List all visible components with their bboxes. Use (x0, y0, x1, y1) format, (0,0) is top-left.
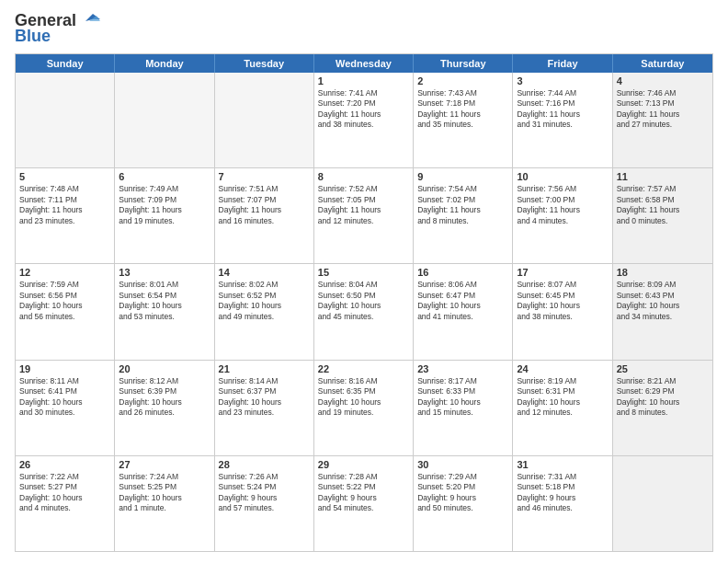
calendar-cell-r2c0: 12Sunrise: 7:59 AM Sunset: 6:56 PM Dayli… (16, 264, 115, 359)
day-number: 4 (617, 75, 709, 86)
cell-info: Sunrise: 7:43 AM Sunset: 7:18 PM Dayligh… (417, 88, 508, 131)
day-number: 25 (617, 363, 709, 374)
calendar-header: SundayMondayTuesdayWednesdayThursdayFrid… (16, 54, 712, 73)
calendar-row-1: 5Sunrise: 7:48 AM Sunset: 7:11 PM Daylig… (16, 167, 712, 263)
day-number: 30 (417, 459, 508, 470)
calendar-cell-r0c3: 1Sunrise: 7:41 AM Sunset: 7:20 PM Daylig… (314, 73, 414, 167)
weekday-header-friday: Friday (513, 54, 612, 73)
calendar-row-0: 1Sunrise: 7:41 AM Sunset: 7:20 PM Daylig… (16, 73, 712, 167)
weekday-header-thursday: Thursday (414, 54, 513, 73)
calendar-cell-r2c1: 13Sunrise: 8:01 AM Sunset: 6:54 PM Dayli… (115, 264, 214, 359)
calendar-cell-r0c6: 4Sunrise: 7:46 AM Sunset: 7:13 PM Daylig… (613, 73, 712, 167)
day-number: 22 (318, 363, 409, 374)
day-number: 6 (119, 171, 210, 182)
cell-info: Sunrise: 7:22 AM Sunset: 5:27 PM Dayligh… (19, 472, 110, 514)
day-number: 8 (318, 171, 409, 182)
calendar-cell-r3c3: 22Sunrise: 8:16 AM Sunset: 6:35 PM Dayli… (314, 361, 414, 455)
cell-info: Sunrise: 8:19 AM Sunset: 6:31 PM Dayligh… (517, 376, 608, 419)
calendar-cell-r3c1: 20Sunrise: 8:12 AM Sunset: 6:39 PM Dayli… (115, 361, 214, 455)
cell-info: Sunrise: 8:17 AM Sunset: 6:33 PM Dayligh… (417, 376, 508, 419)
calendar-cell-r3c0: 19Sunrise: 8:11 AM Sunset: 6:41 PM Dayli… (16, 361, 115, 455)
calendar: SundayMondayTuesdayWednesdayThursdayFrid… (15, 53, 713, 552)
calendar-cell-r1c2: 7Sunrise: 7:51 AM Sunset: 7:07 PM Daylig… (215, 168, 314, 263)
cell-info: Sunrise: 8:14 AM Sunset: 6:37 PM Dayligh… (219, 376, 310, 419)
weekday-header-wednesday: Wednesday (314, 54, 414, 73)
day-number: 10 (517, 171, 608, 182)
day-number: 20 (119, 363, 210, 374)
calendar-cell-r1c5: 10Sunrise: 7:56 AM Sunset: 7:00 PM Dayli… (513, 168, 612, 263)
calendar-cell-r4c6 (613, 456, 712, 551)
logo-blue-text: Blue (15, 27, 51, 46)
calendar-cell-r0c0 (16, 73, 115, 167)
day-number: 11 (617, 171, 709, 182)
day-number: 18 (617, 267, 709, 278)
cell-info: Sunrise: 7:28 AM Sunset: 5:22 PM Dayligh… (318, 472, 409, 514)
day-number: 19 (19, 363, 110, 374)
day-number: 21 (219, 363, 310, 374)
calendar-body: 1Sunrise: 7:41 AM Sunset: 7:20 PM Daylig… (16, 73, 712, 551)
day-number: 9 (417, 171, 508, 182)
calendar-row-2: 12Sunrise: 7:59 AM Sunset: 6:56 PM Dayli… (16, 263, 712, 359)
day-number: 23 (417, 363, 508, 374)
logo-bird-icon (80, 12, 100, 29)
calendar-cell-r2c5: 17Sunrise: 8:07 AM Sunset: 6:45 PM Dayli… (513, 264, 612, 359)
calendar-cell-r2c6: 18Sunrise: 8:09 AM Sunset: 6:43 PM Dayli… (613, 264, 712, 359)
day-number: 24 (517, 363, 608, 374)
calendar-cell-r2c3: 15Sunrise: 8:04 AM Sunset: 6:50 PM Dayli… (314, 264, 414, 359)
day-number: 1 (318, 75, 409, 86)
cell-info: Sunrise: 7:44 AM Sunset: 7:16 PM Dayligh… (517, 88, 608, 131)
cell-info: Sunrise: 7:57 AM Sunset: 6:58 PM Dayligh… (617, 184, 709, 226)
calendar-cell-r1c1: 6Sunrise: 7:49 AM Sunset: 7:09 PM Daylig… (115, 168, 214, 263)
cell-info: Sunrise: 7:31 AM Sunset: 5:18 PM Dayligh… (517, 472, 608, 514)
weekday-header-sunday: Sunday (16, 54, 115, 73)
logo: General Blue (15, 11, 100, 46)
cell-info: Sunrise: 8:06 AM Sunset: 6:47 PM Dayligh… (417, 280, 508, 322)
cell-info: Sunrise: 7:48 AM Sunset: 7:11 PM Dayligh… (19, 184, 110, 226)
calendar-cell-r2c2: 14Sunrise: 8:02 AM Sunset: 6:52 PM Dayli… (215, 264, 314, 359)
cell-info: Sunrise: 7:51 AM Sunset: 7:07 PM Dayligh… (219, 184, 310, 226)
day-number: 12 (19, 267, 110, 278)
calendar-cell-r4c4: 30Sunrise: 7:29 AM Sunset: 5:20 PM Dayli… (414, 456, 513, 551)
cell-info: Sunrise: 8:04 AM Sunset: 6:50 PM Dayligh… (318, 280, 409, 322)
weekday-header-saturday: Saturday (613, 54, 712, 73)
day-number: 7 (219, 171, 310, 182)
day-number: 13 (119, 267, 210, 278)
cell-info: Sunrise: 8:16 AM Sunset: 6:35 PM Dayligh… (318, 376, 409, 419)
cell-info: Sunrise: 8:02 AM Sunset: 6:52 PM Dayligh… (219, 280, 310, 322)
cell-info: Sunrise: 7:46 AM Sunset: 7:13 PM Dayligh… (617, 88, 709, 131)
calendar-row-4: 26Sunrise: 7:22 AM Sunset: 5:27 PM Dayli… (16, 455, 712, 551)
day-number: 15 (318, 267, 409, 278)
cell-info: Sunrise: 8:01 AM Sunset: 6:54 PM Dayligh… (119, 280, 210, 322)
calendar-cell-r2c4: 16Sunrise: 8:06 AM Sunset: 6:47 PM Dayli… (414, 264, 513, 359)
calendar-cell-r4c2: 28Sunrise: 7:26 AM Sunset: 5:24 PM Dayli… (215, 456, 314, 551)
calendar-cell-r3c6: 25Sunrise: 8:21 AM Sunset: 6:29 PM Dayli… (613, 361, 712, 455)
day-number: 28 (219, 459, 310, 470)
calendar-cell-r3c5: 24Sunrise: 8:19 AM Sunset: 6:31 PM Dayli… (513, 361, 612, 455)
day-number: 16 (417, 267, 508, 278)
calendar-cell-r3c4: 23Sunrise: 8:17 AM Sunset: 6:33 PM Dayli… (414, 361, 513, 455)
cell-info: Sunrise: 7:49 AM Sunset: 7:09 PM Dayligh… (119, 184, 210, 226)
calendar-row-3: 19Sunrise: 8:11 AM Sunset: 6:41 PM Dayli… (16, 360, 712, 455)
calendar-cell-r4c1: 27Sunrise: 7:24 AM Sunset: 5:25 PM Dayli… (115, 456, 214, 551)
page: General Blue SundayMondayTuesdayWednesda… (0, 0, 728, 563)
cell-info: Sunrise: 8:09 AM Sunset: 6:43 PM Dayligh… (617, 280, 709, 322)
day-number: 29 (318, 459, 409, 470)
cell-info: Sunrise: 8:07 AM Sunset: 6:45 PM Dayligh… (517, 280, 608, 322)
cell-info: Sunrise: 8:11 AM Sunset: 6:41 PM Dayligh… (19, 376, 110, 419)
calendar-cell-r1c6: 11Sunrise: 7:57 AM Sunset: 6:58 PM Dayli… (613, 168, 712, 263)
cell-info: Sunrise: 7:41 AM Sunset: 7:20 PM Dayligh… (318, 88, 409, 131)
cell-info: Sunrise: 7:52 AM Sunset: 7:05 PM Dayligh… (318, 184, 409, 226)
calendar-cell-r1c0: 5Sunrise: 7:48 AM Sunset: 7:11 PM Daylig… (16, 168, 115, 263)
cell-info: Sunrise: 7:56 AM Sunset: 7:00 PM Dayligh… (517, 184, 608, 226)
weekday-header-tuesday: Tuesday (215, 54, 314, 73)
calendar-cell-r4c3: 29Sunrise: 7:28 AM Sunset: 5:22 PM Dayli… (314, 456, 414, 551)
calendar-cell-r1c3: 8Sunrise: 7:52 AM Sunset: 7:05 PM Daylig… (314, 168, 414, 263)
cell-info: Sunrise: 7:26 AM Sunset: 5:24 PM Dayligh… (219, 472, 310, 514)
calendar-cell-r4c5: 31Sunrise: 7:31 AM Sunset: 5:18 PM Dayli… (513, 456, 612, 551)
cell-info: Sunrise: 7:29 AM Sunset: 5:20 PM Dayligh… (417, 472, 508, 514)
day-number: 26 (19, 459, 110, 470)
calendar-cell-r3c2: 21Sunrise: 8:14 AM Sunset: 6:37 PM Dayli… (215, 361, 314, 455)
day-number: 14 (219, 267, 310, 278)
day-number: 5 (19, 171, 110, 182)
calendar-cell-r4c0: 26Sunrise: 7:22 AM Sunset: 5:27 PM Dayli… (16, 456, 115, 551)
